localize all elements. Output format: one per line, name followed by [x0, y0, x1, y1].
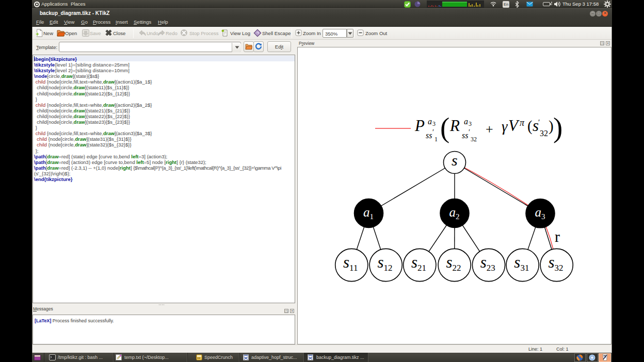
svg-text:s: s — [452, 152, 458, 169]
svg-text:3: 3 — [432, 120, 436, 127]
svg-text:P: P — [414, 117, 425, 135]
svg-text:): ) — [553, 112, 562, 143]
svg-text:+: + — [486, 122, 493, 137]
svg-text:′: ′ — [469, 128, 470, 136]
svg-text:1: 1 — [434, 136, 438, 143]
svg-text:a: a — [428, 117, 432, 126]
svg-text:γ: γ — [502, 118, 508, 135]
svg-text:(: ( — [527, 118, 533, 135]
svg-text:′: ′ — [432, 128, 434, 136]
svg-text:r: r — [555, 228, 560, 245]
svg-text:R: R — [449, 117, 460, 135]
svg-text:ss: ss — [426, 131, 432, 140]
svg-text:ss: ss — [462, 131, 468, 140]
svg-text:32: 32 — [471, 136, 477, 143]
svg-text:3: 3 — [469, 120, 472, 127]
svg-text:′: ′ — [538, 118, 540, 126]
svg-text:(: ( — [440, 112, 449, 143]
svg-text:a: a — [464, 117, 468, 126]
svg-text:π: π — [520, 118, 525, 128]
svg-text:V: V — [508, 117, 520, 135]
svg-text:32: 32 — [540, 129, 548, 138]
